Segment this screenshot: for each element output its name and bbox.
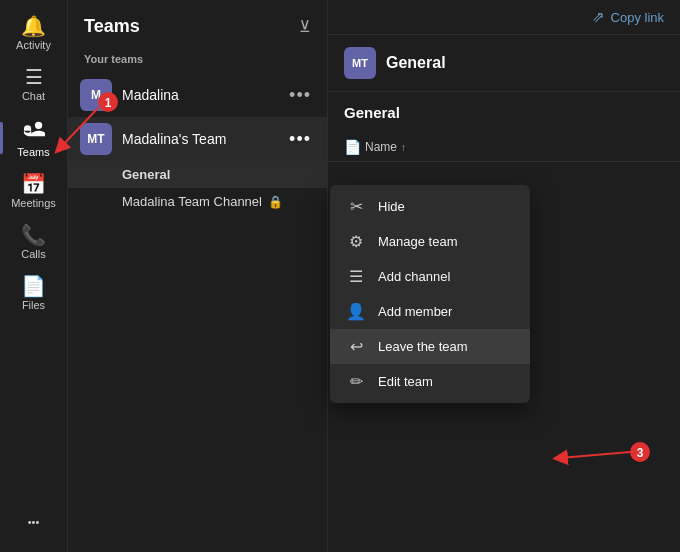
calls-icon: 📞: [21, 225, 46, 245]
main-header: MT General: [328, 35, 680, 92]
team-item-madalinas-team[interactable]: MT Madalina's Team •••: [68, 117, 327, 161]
sidebar-item-chat[interactable]: ☰ Chat: [0, 59, 67, 110]
lock-icon: 🔒: [268, 195, 283, 209]
hide-label: Hide: [378, 199, 405, 214]
general-section: General: [328, 92, 680, 133]
copy-link-area: ⇗ Copy link: [328, 0, 680, 35]
sidebar-item-more[interactable]: •••: [0, 508, 67, 536]
meetings-icon: 📅: [21, 174, 46, 194]
sidebar-item-activity[interactable]: 🔔 Activity: [0, 8, 67, 59]
team-name-madalina: Madalina: [122, 87, 275, 103]
sidebar: 🔔 Activity ☰ Chat Teams 📅 Meetings: [0, 0, 68, 552]
sidebar-item-label: Meetings: [11, 197, 56, 209]
leave-team-icon: ↩: [346, 337, 366, 356]
edit-team-icon: ✏: [346, 372, 366, 391]
manage-team-label: Manage team: [378, 234, 458, 249]
teams-panel-title: Teams: [84, 16, 140, 37]
copy-link-icon: ⇗: [592, 8, 605, 26]
team-avatar-madalina: M: [80, 79, 112, 111]
add-channel-label: Add channel: [378, 269, 450, 284]
sidebar-item-label: Teams: [17, 146, 49, 158]
copy-link-button[interactable]: ⇗ Copy link: [592, 8, 664, 26]
activity-icon: 🔔: [21, 16, 46, 36]
context-menu-item-edit-team[interactable]: ✏ Edit team: [330, 364, 530, 399]
sidebar-item-files[interactable]: 📄 Files: [0, 268, 67, 319]
context-menu-item-manage-team[interactable]: ⚙ Manage team: [330, 224, 530, 259]
chat-icon: ☰: [25, 67, 43, 87]
edit-team-label: Edit team: [378, 374, 433, 389]
add-channel-icon: ☰: [346, 267, 366, 286]
team-name-madalinas-team: Madalina's Team: [122, 131, 275, 147]
files-doc-icon: 📄: [344, 139, 361, 155]
main-avatar: MT: [344, 47, 376, 79]
copy-link-label: Copy link: [611, 10, 664, 25]
sidebar-item-label: Chat: [22, 90, 45, 102]
general-section-title: General: [344, 104, 664, 121]
sidebar-item-meetings[interactable]: 📅 Meetings: [0, 166, 67, 217]
filter-icon[interactable]: ⊻: [299, 17, 311, 36]
context-menu-item-hide[interactable]: ✂ Hide: [330, 189, 530, 224]
sidebar-item-calls[interactable]: 📞 Calls: [0, 217, 67, 268]
sidebar-item-label: Calls: [21, 248, 45, 260]
context-menu-item-leave-team[interactable]: ↩ Leave the team: [330, 329, 530, 364]
team-item-madalina[interactable]: M Madalina •••: [68, 73, 327, 117]
channel-item-madalina-team-channel[interactable]: Madalina Team Channel 🔒: [68, 188, 327, 215]
manage-team-icon: ⚙: [346, 232, 366, 251]
team-more-madalinas-team[interactable]: •••: [285, 127, 315, 152]
sidebar-item-teams[interactable]: Teams: [0, 110, 67, 166]
context-menu: ✂ Hide ⚙ Manage team ☰ Add channel 👤 Add…: [330, 185, 530, 403]
more-icon: •••: [28, 516, 40, 528]
main-title: General: [386, 54, 446, 72]
teams-icon: [23, 118, 45, 143]
channel-name-madalina-team-channel: Madalina Team Channel: [122, 194, 262, 209]
your-teams-label: Your teams: [68, 49, 327, 73]
add-member-icon: 👤: [346, 302, 366, 321]
context-menu-item-add-channel[interactable]: ☰ Add channel: [330, 259, 530, 294]
sidebar-item-label: Activity: [16, 39, 51, 51]
teams-panel: Teams ⊻ Your teams M Madalina ••• MT Mad…: [68, 0, 328, 552]
sort-arrow-icon: ↑: [401, 142, 406, 153]
sidebar-item-label: Files: [22, 299, 45, 311]
team-avatar-madalinas-team: MT: [80, 123, 112, 155]
add-member-label: Add member: [378, 304, 452, 319]
channel-item-general[interactable]: General: [68, 161, 327, 188]
context-menu-item-add-member[interactable]: 👤 Add member: [330, 294, 530, 329]
files-icon: 📄: [21, 276, 46, 296]
files-name-column: 📄 Name ↑: [328, 133, 680, 162]
leave-team-label: Leave the team: [378, 339, 468, 354]
name-col-label: Name: [365, 140, 397, 154]
hide-icon: ✂: [346, 197, 366, 216]
team-more-madalina[interactable]: •••: [285, 83, 315, 108]
channel-name-general: General: [122, 167, 170, 182]
teams-header: Teams ⊻: [68, 0, 327, 49]
